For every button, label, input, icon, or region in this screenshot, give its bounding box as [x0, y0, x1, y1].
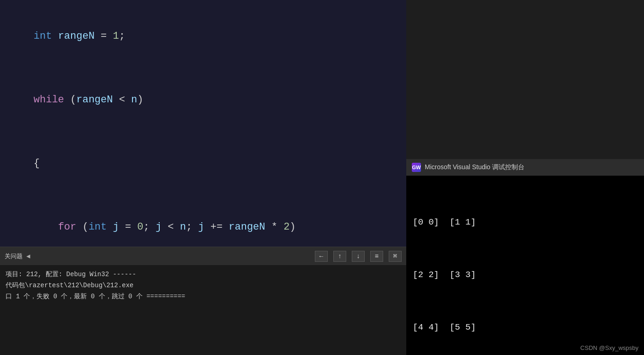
csdn-watermark: CSDN @Sxy_wspsby: [580, 344, 638, 351]
output-line-2: [2 2] [3 3]: [413, 266, 638, 284]
code-line-3: {: [9, 132, 397, 195]
toolbar-btn-down[interactable]: ↓: [352, 251, 365, 262]
keyword-while: while: [34, 94, 64, 106]
code-editor[interactable]: int rangeN = 1; while (rangeN < n) { for…: [0, 0, 406, 265]
toolbar-arrow: ◀: [26, 252, 30, 260]
debug-console: GW Microsoft Visual Studio 调试控制台 [0 0] […: [406, 159, 644, 355]
toolbar-btn-cmd[interactable]: ⌘: [389, 251, 402, 262]
debug-console-title-bar[interactable]: GW Microsoft Visual Studio 调试控制台: [406, 159, 644, 176]
status-line-2: 代码包\razertest\212\Debug\212.exe: [6, 280, 401, 291]
bottom-toolbar: 关问题 ◀ ← ↑ ↓ ≡ ⌘: [0, 247, 406, 265]
code-line-2: while (rangeN < n): [9, 68, 397, 132]
status-line-3: 口 1 个，失败 0 个，最新 0 个，跳过 0 个 ==========: [6, 291, 401, 302]
toolbar-btn-up[interactable]: ↑: [333, 251, 346, 262]
code-line-1: int rangeN = 1;: [9, 5, 397, 68]
keyword-int: int: [34, 30, 52, 42]
debug-console-title-text: Microsoft Visual Studio 调试控制台: [425, 163, 524, 172]
debug-console-icon: GW: [412, 163, 421, 172]
output-line-3: [4 4] [5 5]: [413, 319, 638, 336]
toolbar-btn-list[interactable]: ≡: [370, 251, 383, 262]
status-line-1: 项目: 212, 配置: Debug Win32 ------: [6, 269, 401, 280]
toolbar-btn-back[interactable]: ←: [315, 251, 328, 262]
debug-console-output: [0 0] [1 1] [2 2] [3 3] [4 4] [5 5] [6 6…: [406, 176, 644, 355]
status-area: 项目: 212, 配置: Debug Win32 ------ 代码包\raze…: [0, 265, 406, 355]
problems-tab[interactable]: 关问题: [5, 252, 23, 260]
output-line-1: [0 0] [1 1]: [413, 213, 638, 231]
